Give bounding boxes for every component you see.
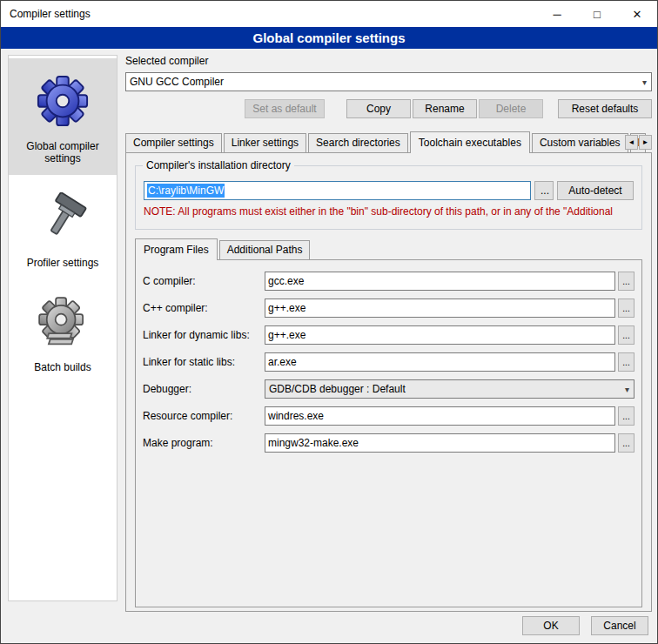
- sidebar-item-label: Profiler settings: [12, 257, 113, 269]
- ok-button[interactable]: OK: [522, 616, 580, 635]
- c-compiler-label: C compiler:: [143, 275, 265, 287]
- cancel-button[interactable]: Cancel: [591, 616, 648, 635]
- sidebar-item-label: Batch builds: [12, 361, 113, 373]
- debugger-value: GDB/CDB debugger : Default: [269, 383, 406, 395]
- installation-directory-browse-button[interactable]: ...: [534, 181, 554, 200]
- set-as-default-button[interactable]: Set as default: [245, 99, 325, 118]
- sidebar-item-label: Global compiler settings: [12, 140, 113, 164]
- make-program-value: mingw32-make.exe: [268, 437, 359, 449]
- gear-gray-icon: [12, 288, 113, 356]
- reset-defaults-button[interactable]: Reset defaults: [558, 99, 652, 118]
- toolchain-executables-panel: Compiler's installation directory C:\ray…: [125, 152, 652, 612]
- close-icon[interactable]: ✕: [617, 1, 657, 27]
- tab-scroll-left-icon[interactable]: ◄: [625, 135, 638, 150]
- copy-button[interactable]: Copy: [346, 99, 411, 118]
- delete-button[interactable]: Delete: [479, 99, 543, 118]
- make-program-label: Make program:: [143, 437, 265, 449]
- form-row: Resource compiler: windres.exe ...: [143, 406, 634, 426]
- sidebar-item-profiler-settings[interactable]: Profiler settings: [9, 175, 117, 279]
- linker-dynamic-input[interactable]: g++.exe: [265, 325, 615, 345]
- chevron-down-icon: ▾: [625, 385, 630, 394]
- settings-sidebar: Global compiler settings Profiler settin…: [8, 55, 118, 601]
- tab-linker-settings[interactable]: Linker settings: [224, 133, 306, 152]
- dialog-footer: OK Cancel: [522, 616, 648, 635]
- settings-tabs: Compiler settings Linker settings Search…: [125, 132, 652, 152]
- linker-static-input[interactable]: ar.exe: [265, 352, 615, 372]
- linker-dynamic-label: Linker for dynamic libs:: [143, 329, 265, 341]
- tab-scroll-right-icon[interactable]: ►: [639, 135, 652, 150]
- window-controls: ─ □ ✕: [537, 1, 657, 27]
- make-program-input[interactable]: mingw32-make.exe: [265, 433, 615, 453]
- linker-static-browse-button[interactable]: ...: [618, 352, 634, 372]
- tab-compiler-settings[interactable]: Compiler settings: [125, 133, 222, 152]
- cpp-compiler-browse-button[interactable]: ...: [618, 299, 634, 318]
- tab-additional-paths[interactable]: Additional Paths: [219, 240, 311, 259]
- resource-compiler-browse-button[interactable]: ...: [618, 406, 634, 426]
- installation-directory-note: NOTE: All programs must exist either in …: [144, 205, 634, 218]
- resource-compiler-value: windres.exe: [268, 410, 324, 422]
- titlebar: Compiler settings ─ □ ✕: [1, 1, 657, 27]
- make-program-browse-button[interactable]: ...: [618, 433, 634, 453]
- form-row: C compiler: gcc.exe ...: [143, 272, 634, 291]
- linker-static-label: Linker for static libs:: [143, 356, 265, 368]
- page-title: Global compiler settings: [1, 27, 657, 49]
- c-compiler-value: gcc.exe: [268, 275, 304, 287]
- c-compiler-input[interactable]: gcc.exe: [265, 272, 615, 291]
- auto-detect-button[interactable]: Auto-detect: [557, 181, 634, 200]
- tab-program-files[interactable]: Program Files: [135, 238, 218, 260]
- linker-static-value: ar.exe: [268, 356, 297, 368]
- selected-compiler-label: Selected compiler: [125, 55, 652, 67]
- debugger-label: Debugger:: [143, 383, 265, 395]
- cpp-compiler-value: g++.exe: [268, 302, 306, 314]
- executables-subtabs: Program Files Additional Paths: [135, 239, 642, 259]
- tab-toolchain-executables[interactable]: Toolchain executables: [410, 131, 530, 153]
- compiler-settings-dialog: Compiler settings ─ □ ✕ Global compiler …: [0, 0, 658, 644]
- resource-compiler-label: Resource compiler:: [143, 410, 265, 422]
- resource-compiler-input[interactable]: windres.exe: [265, 406, 615, 426]
- form-row: Linker for static libs: ar.exe ...: [143, 352, 634, 372]
- cpp-compiler-label: C++ compiler:: [143, 302, 265, 314]
- minimize-icon[interactable]: ─: [537, 1, 577, 27]
- form-row: C++ compiler: g++.exe ...: [143, 299, 634, 318]
- tab-search-directories[interactable]: Search directories: [308, 133, 408, 152]
- main-panel: Selected compiler GNU GCC Compiler ▾ Set…: [125, 55, 652, 612]
- linker-dynamic-value: g++.exe: [268, 329, 306, 341]
- tab-scroll-buttons: ◄ ►: [624, 135, 652, 150]
- installation-directory-value: C:\raylib\MinGW: [147, 184, 225, 198]
- cpp-compiler-input[interactable]: g++.exe: [265, 299, 615, 318]
- installation-directory-group: Compiler's installation directory C:\ray…: [135, 165, 642, 230]
- selected-compiler-dropdown[interactable]: GNU GCC Compiler ▾: [125, 72, 652, 91]
- selected-compiler-value: GNU GCC Compiler: [130, 76, 224, 88]
- window-title: Compiler settings: [10, 8, 91, 20]
- form-row: Linker for dynamic libs: g++.exe ...: [143, 325, 634, 345]
- maximize-icon[interactable]: □: [577, 1, 617, 27]
- form-row: Make program: mingw32-make.exe ...: [143, 433, 634, 453]
- tab-custom-variables[interactable]: Custom variables: [532, 133, 628, 152]
- installation-directory-label: Compiler's installation directory: [143, 159, 294, 171]
- debugger-select[interactable]: GDB/CDB debugger : Default ▾: [265, 379, 634, 399]
- program-files-panel: C compiler: gcc.exe ... C++ compiler: g+…: [135, 259, 642, 607]
- linker-dynamic-browse-button[interactable]: ...: [618, 325, 634, 345]
- sidebar-item-batch-builds[interactable]: Batch builds: [9, 279, 117, 384]
- profiler-icon: [12, 184, 113, 252]
- c-compiler-browse-button[interactable]: ...: [618, 272, 634, 291]
- sidebar-item-global-compiler-settings[interactable]: Global compiler settings: [9, 58, 117, 175]
- chevron-down-icon: ▾: [642, 77, 648, 87]
- form-row: Debugger: GDB/CDB debugger : Default ▾: [143, 379, 634, 399]
- gear-blue-icon: [12, 67, 113, 135]
- compiler-actions: Set as default Copy Rename Delete Reset …: [125, 99, 652, 118]
- rename-button[interactable]: Rename: [413, 99, 477, 118]
- installation-directory-input[interactable]: C:\raylib\MinGW: [144, 181, 531, 200]
